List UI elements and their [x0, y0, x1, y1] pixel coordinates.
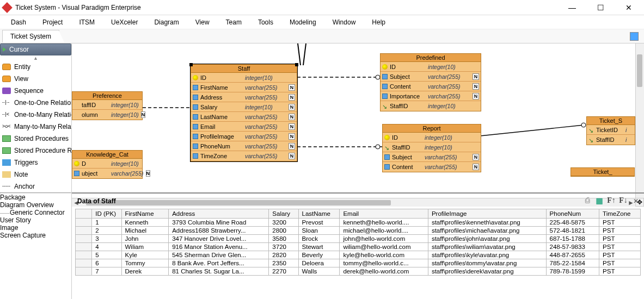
tool-generic-connector[interactable]: ——Generic Connector	[0, 209, 71, 216]
tool-stored-procedure-resultset[interactable]: Stored Procedure Resultset	[0, 145, 71, 157]
entity-header: Preference	[72, 92, 142, 100]
app-icon	[2, 2, 13, 13]
svg-point-5	[376, 75, 380, 79]
tool-one-to-one-relationship[interactable]: -·|·-One-to-One Relationship	[0, 97, 71, 109]
menubar: Dash Project ITSM UeXceler Diagram View …	[0, 15, 644, 29]
entity-header: Report	[383, 124, 481, 133]
font-increase-icon[interactable]: F↑	[606, 196, 617, 206]
data-pane: Data of Staff ⎙ ▦ F↑ F↓ ✕ ID (PK)FirstNa…	[72, 192, 644, 299]
column-header[interactable]: LastName	[298, 209, 340, 219]
tool-screen-capture[interactable]: Screen Capture	[0, 232, 71, 239]
entity-header: Ticket_S	[587, 117, 635, 125]
entity-knowledge-cat[interactable]: Knowledge_Cat Dinteger(10) ubjectvarchar…	[72, 150, 143, 179]
table-row[interactable]: 1Kenneth3793 Columbia Mine Road3200Prevo…	[76, 219, 641, 227]
tool-diagram-overview[interactable]: Diagram Overview	[0, 201, 71, 209]
menu-project[interactable]: Project	[42, 18, 63, 26]
column-header[interactable]: PhoneNum	[546, 209, 599, 219]
menu-team[interactable]: Team	[226, 18, 242, 26]
tool-note[interactable]: Note	[0, 169, 71, 180]
entity-header: Ticket_	[571, 168, 634, 176]
table-row[interactable]: 2MichaelAddress1688 Strawberry...2800Slo…	[76, 227, 641, 235]
menu-view[interactable]: View	[195, 18, 210, 26]
menu-diagram[interactable]: Diagram	[154, 18, 179, 26]
svg-point-6	[376, 145, 380, 149]
column-header[interactable]: Salary	[269, 209, 298, 219]
tool-many-to-many-relationship[interactable]: >o<Many-to-Many Relationship	[0, 121, 71, 133]
table-row[interactable]: 7Derek81 Charles St. Sugar La...2270Wall…	[76, 267, 641, 276]
close-icon[interactable]: ✕	[633, 197, 639, 205]
entity-ticket[interactable]: Ticket_	[571, 167, 635, 177]
tabstrip: Ticket System	[0, 29, 644, 43]
font-decrease-icon[interactable]: F↓	[618, 196, 629, 206]
vertical-scrollbar[interactable]	[635, 43, 644, 198]
tool-triggers[interactable]: Triggers	[0, 157, 71, 169]
tool-cursor[interactable]: Cursor	[0, 43, 71, 55]
svg-point-8	[581, 123, 586, 127]
table-row[interactable]: 4Wiliam916 Manor Station Avenu...3720Ste…	[76, 243, 641, 251]
menu-itsm[interactable]: ITSM	[79, 18, 95, 26]
column-header[interactable]: Address	[169, 209, 269, 219]
menu-modeling[interactable]: Modeling	[290, 18, 316, 26]
entity-header: Staff	[191, 65, 297, 73]
menu-tools[interactable]: Tools	[258, 18, 273, 26]
menu-window[interactable]: Window	[333, 18, 356, 26]
column-header[interactable]: FirstName	[121, 209, 169, 219]
entity-preference[interactable]: Preference taffIDinteger(10) olumnintege…	[72, 91, 143, 120]
maximize-button[interactable]: ☐	[593, 3, 608, 12]
svg-line-7	[480, 125, 584, 136]
entity-staff[interactable]: Staff IDinteger(10) FirstNamevarchar(255…	[191, 64, 297, 161]
menu-dash[interactable]: Dash	[11, 18, 26, 26]
tool-palette: Cursor▲EntityViewSequence-·|·-One-to-One…	[0, 43, 72, 207]
column-header[interactable]: Email	[340, 209, 428, 219]
column-header[interactable]: ID (PK)	[92, 209, 121, 219]
table-row[interactable]: 3John347 Hanover Drive Lovel...3580Brock…	[76, 235, 641, 243]
print-icon[interactable]: ⎙	[582, 196, 593, 206]
svg-line-0	[298, 43, 300, 65]
tab-ticket-system[interactable]: Ticket System	[2, 30, 59, 42]
datapane-title: Data of Staff	[77, 197, 581, 205]
menu-help[interactable]: Help	[372, 18, 385, 26]
minimize-button[interactable]: —	[565, 3, 580, 12]
entity-predefined[interactable]: Predefined IDinteger(10) Subjectvarchar(…	[380, 53, 481, 111]
svg-line-1	[303, 43, 306, 65]
column-header[interactable]: TimeZone	[599, 209, 641, 219]
diagram-canvas[interactable]: Preference taffIDinteger(10) olumnintege…	[72, 43, 644, 207]
entity-header: Predefined	[381, 54, 481, 62]
table-row[interactable]: 6Tommy8 Bank Ave. Port Jeffers...2350Del…	[76, 259, 641, 267]
tool-user-story[interactable]: User Story	[0, 216, 71, 224]
layout-icon[interactable]	[630, 32, 639, 41]
grid-icon[interactable]: ▦	[594, 196, 605, 206]
table-row[interactable]: 5Kyle545 Sherman Drive Glen...2820Beverl…	[76, 251, 641, 259]
titlebar: Ticket System - Visual Paradigm Enterpri…	[0, 0, 644, 15]
data-table[interactable]: ID (PK)FirstNameAddressSalaryLastNameEma…	[75, 209, 641, 276]
tool-view[interactable]: View	[0, 73, 71, 85]
column-header[interactable]: ProfileImage	[428, 209, 546, 219]
entity-header: Knowledge_Cat	[72, 151, 142, 159]
tool-package[interactable]: Package	[0, 194, 71, 201]
tool-image[interactable]: Image	[0, 224, 71, 232]
tool-one-to-many-relationship[interactable]: -·|<One-to-Many Relationship	[0, 109, 71, 121]
entity-ticket-s[interactable]: Ticket_S TicketIDi StaffIDi	[586, 116, 635, 145]
tool-entity[interactable]: Entity	[0, 61, 71, 73]
window-title: Ticket System - Visual Paradigm Enterpri…	[15, 4, 565, 11]
menu-uexceler[interactable]: UeXceler	[111, 18, 138, 26]
entity-report[interactable]: Report IDinteger(10) StaffIDinteger(10) …	[382, 124, 481, 172]
tool-anchor[interactable]: -----Anchor	[0, 180, 71, 192]
tool-palette-lower: PackageDiagram Overview——Generic Connect…	[0, 192, 72, 299]
close-button[interactable]: ✕	[621, 3, 636, 12]
tool-sequence[interactable]: Sequence	[0, 85, 71, 97]
tool-stored-procedures[interactable]: Stored Procedures	[0, 133, 71, 145]
